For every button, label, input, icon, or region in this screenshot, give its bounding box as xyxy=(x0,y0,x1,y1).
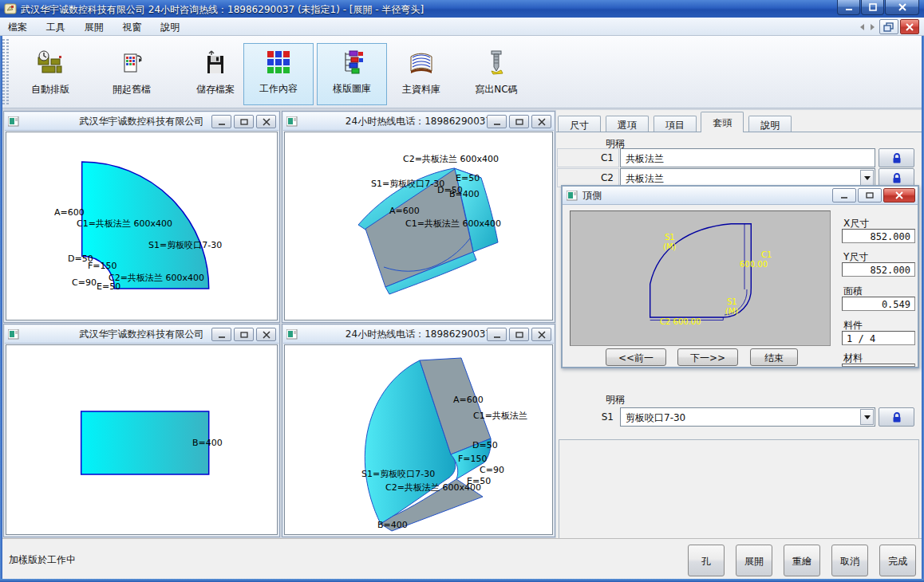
dropdown-button[interactable] xyxy=(860,409,874,425)
close-button[interactable] xyxy=(885,0,919,15)
c1-value-field[interactable]: 共板法兰 xyxy=(620,148,875,167)
toolbar-button-work-content[interactable]: 工作內容 xyxy=(243,43,314,105)
toolbar-gripper[interactable] xyxy=(2,39,5,104)
empty-detail-area xyxy=(559,439,919,553)
toolbar-button-template-library[interactable]: 樣版圖庫 xyxy=(317,43,387,105)
restore-button[interactable] xyxy=(234,115,254,128)
document-icon xyxy=(286,116,298,127)
next-button[interactable]: 下一>> xyxy=(677,348,738,366)
tab-options[interactable]: 選項 xyxy=(606,116,649,132)
toolbar-button-auto-nest[interactable]: 自動排版 xyxy=(15,45,85,105)
material-field[interactable] xyxy=(842,364,915,367)
unfold-button[interactable]: 展開 xyxy=(736,545,772,576)
child-titlebar[interactable]: 武汉华宇诚数控科技有限公司 xyxy=(5,112,278,131)
menu-file[interactable]: 檔案 xyxy=(0,18,35,35)
finish-button[interactable]: 结束 xyxy=(750,348,798,366)
nav-forward-icon[interactable] xyxy=(871,24,875,30)
mdi-close-button[interactable] xyxy=(900,19,919,34)
restore-button[interactable] xyxy=(858,188,882,203)
menu-unfold[interactable]: 展開 xyxy=(77,18,112,35)
dialog-titlebar[interactable]: 頂側 xyxy=(563,187,918,205)
restore-button[interactable] xyxy=(509,115,529,128)
tab-help[interactable]: 說明 xyxy=(748,116,792,132)
iso-drawing-1: C2=共板法兰 600x400 S1=剪板咬口7-30 E=50 D=50 B=… xyxy=(285,132,554,321)
child-titlebar[interactable]: 武汉华宇诚数控科技有限公司 xyxy=(5,325,278,344)
flat-pattern-drawing: A=600 C1=共板法兰 600x400 S1=剪板咬口7-30 D=50 F… xyxy=(6,132,278,321)
s1-combobox[interactable]: 剪板咬口7-30 xyxy=(620,407,875,427)
minimize-button[interactable] xyxy=(487,328,507,341)
c1-lock-button[interactable] xyxy=(879,148,914,167)
minimize-icon xyxy=(217,118,227,126)
child-window-iso-view-1: 24小时热线电话：18986290037 xyxy=(282,111,555,323)
template-library-icon xyxy=(338,49,365,76)
close-button[interactable] xyxy=(531,328,551,341)
close-button[interactable] xyxy=(256,115,276,128)
maximize-button[interactable] xyxy=(861,0,884,15)
toolbar-button-master-database[interactable]: 主資料庫 xyxy=(386,45,456,105)
toolbar-gripper[interactable] xyxy=(6,39,9,104)
toolbar-button-save-file[interactable]: 儲存檔案 xyxy=(180,45,251,105)
dialog-controls xyxy=(831,188,915,203)
svg-text:D=50: D=50 xyxy=(472,440,498,450)
minimize-icon xyxy=(217,331,227,339)
close-icon xyxy=(262,331,271,339)
toolbar: 自動排版 開起舊檔 儲存檔案 xyxy=(0,36,924,108)
area-field[interactable]: 0.549 xyxy=(842,297,915,311)
titlebar[interactable]: 武汉华宇诚数控科技有限公司 24小时咨询热线：18986290037 (未指定1… xyxy=(0,0,924,18)
restore-button[interactable] xyxy=(509,328,529,341)
child-titlebar[interactable]: 24小时热线电话：18986290037 xyxy=(283,112,554,131)
tab-dimensions[interactable]: 尺寸 xyxy=(558,116,601,132)
menu-tools[interactable]: 工具 xyxy=(38,18,73,35)
close-button[interactable] xyxy=(531,115,551,128)
write-nc-code-icon xyxy=(483,49,510,77)
toolbar-button-label: 自動排版 xyxy=(15,83,85,96)
toolbar-button-open-file[interactable]: 開起舊檔 xyxy=(97,45,167,105)
cad-canvas-iso-view-2[interactable]: A=600 C1=共板法兰 D=50 F=150 C=90 S1=剪板咬口7-3… xyxy=(284,344,553,535)
cad-canvas-iso-view-1[interactable]: C2=共板法兰 600x400 S1=剪板咬口7-30 E=50 D=50 B=… xyxy=(284,132,553,320)
redraw-button[interactable]: 重繪 xyxy=(784,545,820,576)
save-file-icon xyxy=(202,49,229,77)
piece-count-field[interactable]: 1 / 4 xyxy=(842,331,915,345)
close-button[interactable] xyxy=(256,328,276,341)
minimize-button[interactable] xyxy=(832,188,856,203)
cad-canvas-flat-pattern[interactable]: A=600 C1=共板法兰 600x400 S1=剪板咬口7-30 D=50 F… xyxy=(6,132,278,320)
svg-text:600.00: 600.00 xyxy=(740,260,768,269)
child-window-controls xyxy=(484,328,551,341)
svg-text:C=90: C=90 xyxy=(72,277,97,288)
x-size-field[interactable]: 852.000 xyxy=(842,229,915,243)
svg-text:B=400: B=400 xyxy=(449,189,480,199)
minimize-button[interactable] xyxy=(837,0,860,15)
toolbar-button-label: 儲存檔案 xyxy=(180,83,251,96)
restore-button[interactable] xyxy=(234,328,254,341)
tab-items[interactable]: 項目 xyxy=(654,116,697,132)
minimize-button[interactable] xyxy=(211,328,231,341)
cancel-button[interactable]: 取消 xyxy=(831,545,868,576)
y-size-field[interactable]: 852.000 xyxy=(842,262,915,277)
tab-bar: 尺寸 選項 項目 套頭 說明 xyxy=(558,112,793,131)
restore-icon xyxy=(883,22,894,32)
close-button[interactable] xyxy=(883,188,915,203)
iso-drawing-2: A=600 C1=共板法兰 D=50 F=150 C=90 S1=剪板咬口7-3… xyxy=(285,345,554,536)
tab-collar[interactable]: 套頭 xyxy=(701,112,744,132)
dialog-title: 頂側 xyxy=(582,189,602,203)
piece-preview-canvas[interactable]: S1 (M) C1 600.00 C2 600.00 S1 (M) xyxy=(570,210,831,346)
s1-lock-button[interactable] xyxy=(879,407,914,427)
restore-icon xyxy=(239,331,249,339)
minimize-button[interactable] xyxy=(487,115,507,128)
mdi-restore-button[interactable] xyxy=(879,19,898,34)
svg-text:S1: S1 xyxy=(727,297,737,306)
hole-button[interactable]: 孔 xyxy=(688,545,725,576)
menu-help[interactable]: 說明 xyxy=(152,18,188,35)
application-window: 武汉华宇诚数控科技有限公司 24小时咨询热线：18986290037 (未指定1… xyxy=(0,0,924,582)
minimize-button[interactable] xyxy=(211,115,231,128)
dropdown-button[interactable] xyxy=(860,170,874,186)
cad-canvas-side-view[interactable]: B=400 xyxy=(6,344,278,535)
done-button[interactable]: 完成 xyxy=(879,545,916,576)
menu-window[interactable]: 視窗 xyxy=(114,18,149,35)
previous-button[interactable]: <<前一 xyxy=(606,348,666,366)
toolbar-button-write-nc[interactable]: 寫出NC碼 xyxy=(461,45,531,105)
child-titlebar[interactable]: 24小时热线电话：18986290037 xyxy=(283,325,554,344)
svg-text:B=400: B=400 xyxy=(377,520,408,530)
nav-back-icon[interactable] xyxy=(860,24,864,30)
minimize-icon xyxy=(843,2,855,12)
